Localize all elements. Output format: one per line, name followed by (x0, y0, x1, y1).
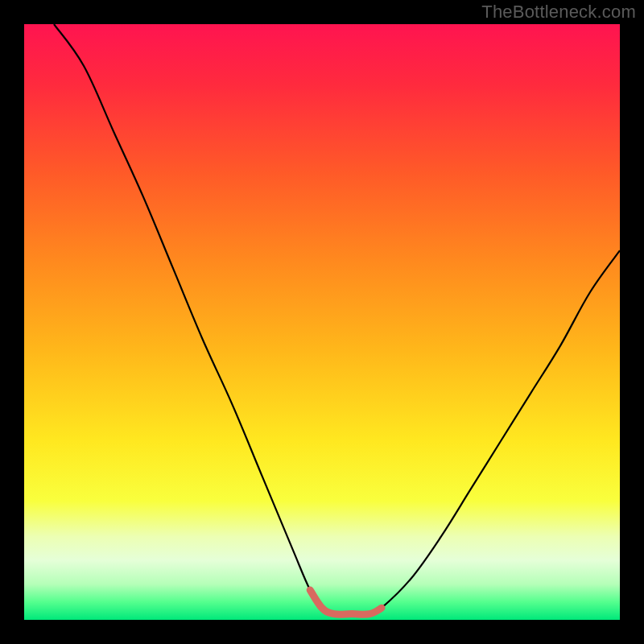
plot-area (24, 24, 620, 620)
watermark-text: TheBottleneck.com (481, 2, 636, 23)
bottleneck-chart (24, 24, 620, 620)
gradient-background (24, 24, 620, 620)
chart-frame: TheBottleneck.com (0, 0, 644, 644)
